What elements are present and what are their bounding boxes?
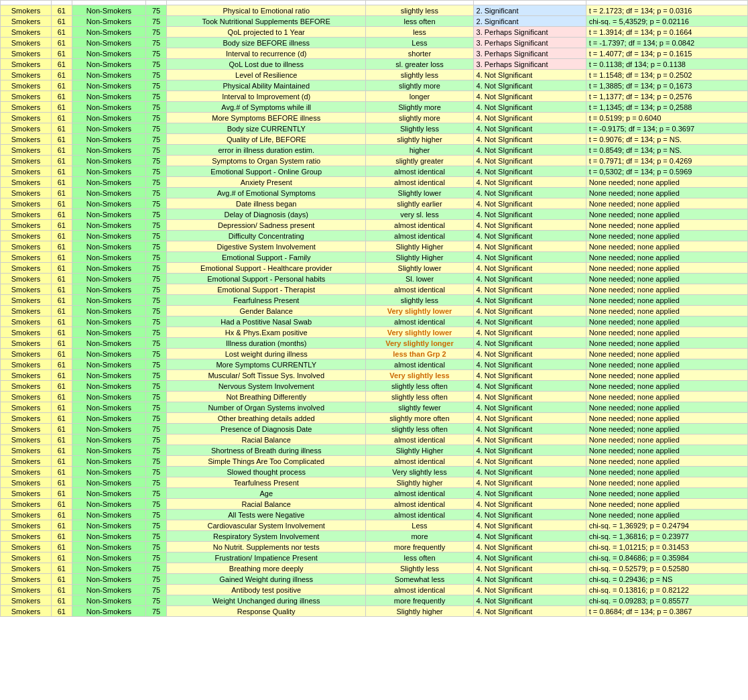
table-cell: Body size CURRENTLY <box>166 123 365 134</box>
table-cell: 2. Significant <box>473 16 586 27</box>
header-howdifferent <box>473 1 586 5</box>
table-cell: 75 <box>146 220 167 231</box>
table-cell: Non-Smokers <box>72 467 145 477</box>
table-row: Smokers61Non-Smokers75Racial Balancealmo… <box>1 499 748 510</box>
table-cell: Smokers <box>1 338 52 349</box>
table-cell: 4. Not SIgnificant <box>473 274 586 284</box>
table-row: Smokers61Non-Smokers75Avg.# of Emotional… <box>1 188 748 198</box>
table-cell: 75 <box>146 456 167 467</box>
table-cell: 75 <box>146 413 167 424</box>
table-cell: Non-Smokers <box>72 499 145 510</box>
table-cell: t = 0.7971; df = 134; p = 0.4269 <box>586 156 747 166</box>
table-cell: Slightly Higher <box>366 241 473 252</box>
table-cell: Depression/ Sadness present <box>166 220 365 231</box>
table-cell: Non-Smokers <box>72 585 145 595</box>
table-row: Smokers61Non-Smokers75Muscular/ Soft Tis… <box>1 370 748 381</box>
table-cell: 4. Not SIgnificant <box>473 488 586 499</box>
table-cell: Fearfulness Present <box>166 295 365 306</box>
table-cell: 61 <box>51 413 72 424</box>
table-row: Smokers61Non-Smokers75Gained Weight duri… <box>1 574 748 585</box>
table-cell: 75 <box>146 338 167 349</box>
table-cell: Slightly higher <box>366 606 473 617</box>
table-cell: Hx & Phys.Exam positive <box>166 327 365 338</box>
table-cell: 75 <box>146 520 167 531</box>
table-cell: 75 <box>146 274 167 284</box>
table-cell: Smokers <box>1 456 52 467</box>
table-cell: 4. Not SIgnificant <box>473 520 586 531</box>
table-cell: 4. Not SIgnificant <box>473 102 586 113</box>
table-cell: 75 <box>146 349 167 359</box>
table-cell: 61 <box>51 499 72 510</box>
table-cell: 4. Not SIgnificant <box>473 70 586 80</box>
table-cell: 4. Not SIgnificant <box>473 188 586 198</box>
table-cell: 75 <box>146 381 167 392</box>
table-cell: 61 <box>51 392 72 402</box>
table-cell: 61 <box>51 166 72 177</box>
table-cell: Non-Smokers <box>72 327 145 338</box>
table-cell: Physical to Emotional ratio <box>166 5 365 16</box>
table-cell: Non-Smokers <box>72 370 145 381</box>
table-cell: slightly less <box>366 5 473 16</box>
table-cell: Smokers <box>1 552 52 563</box>
table-row: Smokers61Non-Smokers75Other breathing de… <box>1 413 748 424</box>
table-cell: more <box>366 531 473 542</box>
table-cell: Slightly lower <box>366 188 473 198</box>
table-cell: Smokers <box>1 467 52 477</box>
table-cell: Non-Smokers <box>72 477 145 488</box>
table-cell: None needed; none applied <box>586 231 747 241</box>
table-cell: Interval to Improvement (d) <box>166 91 365 102</box>
table-cell: shorter <box>366 48 473 59</box>
table-cell: t = 1.3914; df = 134; p = 0.1664 <box>586 27 747 38</box>
table-cell: 61 <box>51 231 72 241</box>
table-cell: 4. Not SIgnificant <box>473 552 586 563</box>
table-cell: 61 <box>51 381 72 392</box>
table-cell: chi-sq. = 0.52579; p = 0.52580 <box>586 563 747 574</box>
table-cell: slightly less often <box>366 424 473 434</box>
table-cell: 61 <box>51 574 72 585</box>
table-cell: 75 <box>146 48 167 59</box>
table-cell: Smokers <box>1 327 52 338</box>
table-cell: Smokers <box>1 134 52 145</box>
table-cell: 4. Not SIgnificant <box>473 209 586 220</box>
table-cell: 75 <box>146 488 167 499</box>
table-cell: 61 <box>51 327 72 338</box>
table-cell: slightly greater <box>366 156 473 166</box>
table-cell: Slightly less <box>366 123 473 134</box>
table-cell: 61 <box>51 145 72 156</box>
table-cell: Non-Smokers <box>72 434 145 445</box>
table-cell: 4. Not SIgnificant <box>473 220 586 231</box>
table-cell: Non-Smokers <box>72 59 145 70</box>
table-cell: 75 <box>146 359 167 370</box>
table-cell: Non-Smokers <box>72 252 145 263</box>
table-cell: 61 <box>51 209 72 220</box>
table-cell: 3. Perhaps Significant <box>473 48 586 59</box>
table-cell: almost identical <box>366 177 473 188</box>
table-cell: 61 <box>51 27 72 38</box>
table-cell: 75 <box>146 263 167 274</box>
table-row: Smokers61Non-Smokers75Simple Things Are … <box>1 456 748 467</box>
table-cell: 61 <box>51 241 72 252</box>
table-cell: 61 <box>51 220 72 231</box>
table-cell: 61 <box>51 531 72 542</box>
table-cell: Delay of Diagnosis (days) <box>166 209 365 220</box>
table-cell: 75 <box>146 574 167 585</box>
table-cell: Smokers <box>1 477 52 488</box>
table-cell: None needed; none applied <box>586 338 747 349</box>
table-row: Smokers61Non-Smokers75Fearfulness Presen… <box>1 295 748 306</box>
table-cell: 3. Perhaps Significant <box>473 38 586 48</box>
table-cell: Very slightly lower <box>366 327 473 338</box>
table-cell: almost identical <box>366 284 473 295</box>
table-cell: 61 <box>51 606 72 617</box>
table-cell: Non-Smokers <box>72 198 145 209</box>
table-cell: 2. Significant <box>473 5 586 16</box>
table-cell: Simple Things Are Too Complicated <box>166 456 365 467</box>
table-cell: Smokers <box>1 209 52 220</box>
table-cell: 4. Not SIgnificant <box>473 563 586 574</box>
table-cell: Smokers <box>1 488 52 499</box>
table-row: Smokers61Non-Smokers75QoL Lost due to il… <box>1 59 748 70</box>
table-cell: more frequently <box>366 542 473 552</box>
table-cell: 4. Not SIgnificant <box>473 166 586 177</box>
table-row: Smokers61Non-Smokers75Cardiovascular Sys… <box>1 520 748 531</box>
table-cell: less than Grp 2 <box>366 349 473 359</box>
table-cell: longer <box>366 91 473 102</box>
